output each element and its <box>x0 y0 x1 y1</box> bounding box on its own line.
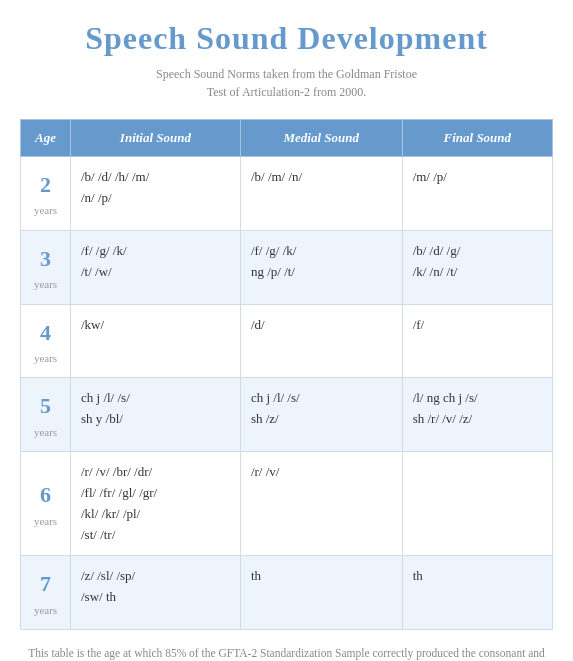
medial-sound-cell: /r/ /v/ <box>240 452 402 556</box>
final-sound-cell: /l/ ng ch j /s/ sh /r/ /v/ /z/ <box>402 378 552 452</box>
age-cell: 4years <box>21 304 71 378</box>
table-row: 3years/f/ /g/ /k/ /t/ /w//f/ /g/ /k/ ng … <box>21 230 553 304</box>
header-medial: Medial Sound <box>240 120 402 157</box>
age-cell: 2years <box>21 157 71 231</box>
header-initial: Initial Sound <box>71 120 241 157</box>
initial-sound-cell: /b/ /d/ /h/ /m/ /n/ /p/ <box>71 157 241 231</box>
initial-sound-cell: /r/ /v/ /br/ /dr/ /fl/ /fr/ /gl/ /gr/ /k… <box>71 452 241 556</box>
medial-sound-cell: th <box>240 556 402 630</box>
speech-sound-table: Age Initial Sound Medial Sound Final Sou… <box>20 119 553 630</box>
age-cell: 3years <box>21 230 71 304</box>
final-sound-cell: th <box>402 556 552 630</box>
initial-sound-cell: /f/ /g/ /k/ /t/ /w/ <box>71 230 241 304</box>
table-row: 6years/r/ /v/ /br/ /dr/ /fl/ /fr/ /gl/ /… <box>21 452 553 556</box>
medial-sound-cell: ch j /l/ /s/ sh /z/ <box>240 378 402 452</box>
age-cell: 5years <box>21 378 71 452</box>
final-sound-cell: /m/ /p/ <box>402 157 552 231</box>
table-row: 5yearsch j /l/ /s/ sh y /bl/ch j /l/ /s/… <box>21 378 553 452</box>
table-row: 4years/kw//d//f/ <box>21 304 553 378</box>
medial-sound-cell: /d/ <box>240 304 402 378</box>
footer-note: This table is the age at which 85% of th… <box>20 644 553 661</box>
subtitle: Speech Sound Norms taken from the Goldma… <box>20 65 553 101</box>
initial-sound-cell: ch j /l/ /s/ sh y /bl/ <box>71 378 241 452</box>
table-row: 7years/z/ /sl/ /sp/ /sw/ ththth <box>21 556 553 630</box>
final-sound-cell: /b/ /d/ /g/ /k/ /n/ /t/ <box>402 230 552 304</box>
medial-sound-cell: /f/ /g/ /k/ ng /p/ /t/ <box>240 230 402 304</box>
table-row: 2years/b/ /d/ /h/ /m/ /n/ /p//b/ /m/ /n/… <box>21 157 553 231</box>
header-final: Final Sound <box>402 120 552 157</box>
age-cell: 7years <box>21 556 71 630</box>
initial-sound-cell: /z/ /sl/ /sp/ /sw/ th <box>71 556 241 630</box>
age-cell: 6years <box>21 452 71 556</box>
medial-sound-cell: /b/ /m/ /n/ <box>240 157 402 231</box>
header-age: Age <box>21 120 71 157</box>
final-sound-cell: /f/ <box>402 304 552 378</box>
page-title: Speech Sound Development <box>20 20 553 57</box>
initial-sound-cell: /kw/ <box>71 304 241 378</box>
final-sound-cell <box>402 452 552 556</box>
